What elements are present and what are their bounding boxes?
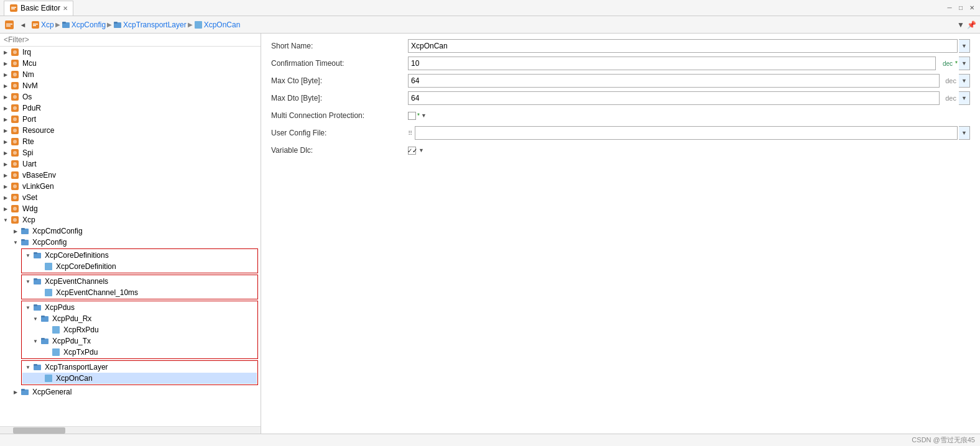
filter-input[interactable] <box>4 35 257 44</box>
shortname-dropdown[interactable]: ▼ <box>959 39 970 53</box>
close-window-button[interactable]: ✕ <box>968 4 976 12</box>
expand-xcptransportlayer-arrow[interactable] <box>24 363 32 371</box>
expand-wdg-arrow[interactable] <box>1 204 10 213</box>
tree-item-vlinkgen[interactable]: vLinkGen <box>0 181 261 192</box>
expand-xcpeventchannels-arrow[interactable] <box>24 277 32 286</box>
multiconn-checkbox[interactable] <box>408 112 416 120</box>
userconfigfile-dropdown[interactable]: ▼ <box>959 126 970 140</box>
expand-pdur-arrow[interactable] <box>1 104 10 112</box>
expand-mcu-arrow[interactable] <box>1 59 10 68</box>
tree-item-xcppdu-tx[interactable]: XcpPdu_Tx <box>22 335 257 347</box>
tree-item-xcpconfig[interactable]: XcpConfig <box>0 237 261 248</box>
maxcto-input[interactable] <box>408 74 940 88</box>
tree-item-xcp[interactable]: Xcp <box>0 214 261 225</box>
expand-xcpgeneral-arrow[interactable] <box>11 388 20 396</box>
svg-point-35 <box>13 162 17 166</box>
restore-button[interactable]: □ <box>956 4 965 12</box>
resource-module-icon <box>10 125 20 135</box>
tree-item-xcpcmdconfig[interactable]: XcpCmdConfig <box>0 225 261 237</box>
expand-nvm-arrow[interactable] <box>1 81 10 90</box>
tree-item-nvm[interactable]: NvM <box>0 80 261 91</box>
vlinkgen-module-icon <box>10 181 20 191</box>
breadcrumb-xcpconfig[interactable]: XcpConfig <box>62 20 106 29</box>
tree-item-xcpcoredefinitions[interactable]: XcpCoreDefinitions <box>22 250 257 261</box>
tree-item-pdur[interactable]: PduR <box>0 102 261 114</box>
timeout-input[interactable] <box>408 57 936 70</box>
maxdto-input[interactable] <box>408 91 940 105</box>
expand-rte-arrow[interactable] <box>1 137 10 146</box>
tree-item-xcprxpdu[interactable]: XcpRxPdu <box>22 324 257 335</box>
tree-hscrollbar[interactable] <box>0 426 261 434</box>
tree-item-resource[interactable]: Resource <box>0 125 261 136</box>
expand-xcpcmdconfig-arrow[interactable] <box>11 227 20 235</box>
tree-item-nm[interactable]: Nm <box>0 69 261 80</box>
timeout-dropdown[interactable]: ▼ <box>959 57 970 70</box>
expand-nm-arrow[interactable] <box>1 70 10 79</box>
tree-item-port[interactable]: Port <box>0 114 261 125</box>
tree-item-xcpeventchannels[interactable]: XcpEventChannels <box>22 276 257 287</box>
tree-item-mcu[interactable]: Mcu <box>0 58 261 69</box>
tree-label-os: Os <box>21 93 32 101</box>
breadcrumb-xcp-label: Xcp <box>41 20 54 29</box>
editor-tab[interactable]: Basic Editor ✕ <box>4 1 73 16</box>
breadcrumb-xcptransportlayer[interactable]: XcpTransportLayer <box>113 20 187 29</box>
tree-label-rte: Rte <box>21 137 34 146</box>
maxdto-dropdown[interactable]: ▼ <box>959 91 970 105</box>
pin-icon[interactable]: 📌 <box>967 20 976 29</box>
tree-item-xcppdu-rx[interactable]: XcpPdu_Rx <box>22 313 257 324</box>
expand-xcppdu-tx-arrow[interactable] <box>31 337 40 345</box>
tree-item-xcppdus[interactable]: XcpPdus <box>22 302 257 313</box>
expand-xcpcoredefinitions-arrow[interactable] <box>24 251 32 260</box>
close-icon[interactable]: ✕ <box>63 5 68 12</box>
home-button[interactable] <box>4 19 15 30</box>
tree-item-os[interactable]: Os <box>0 91 261 102</box>
expand-vlinkgen-arrow[interactable] <box>1 182 10 191</box>
expand-irq-arrow[interactable] <box>1 48 10 57</box>
expand-os-arrow[interactable] <box>1 93 10 101</box>
expand-spi-arrow[interactable] <box>1 148 10 157</box>
expand-resource-arrow[interactable] <box>1 126 10 135</box>
expand-uart-arrow[interactable] <box>1 160 10 168</box>
variabledlc-dropdown-arrow[interactable]: ▼ <box>418 147 424 153</box>
tree-content[interactable]: Irq Mcu Nm NvM Os <box>0 47 261 426</box>
shortname-input[interactable] <box>408 39 958 53</box>
expand-xcp-arrow[interactable] <box>1 216 10 224</box>
filter-icon[interactable]: ▼ <box>957 20 964 29</box>
tree-item-vset[interactable]: vSet <box>0 192 261 203</box>
variabledlc-checkbox[interactable]: ✓ <box>408 147 416 155</box>
tree-item-rte[interactable]: Rte <box>0 136 261 147</box>
breadcrumb-xcptransportlayer-label: XcpTransportLayer <box>123 20 187 29</box>
expand-xcppdu-rx-arrow[interactable] <box>31 314 40 323</box>
tree-item-irq[interactable]: Irq <box>0 47 261 58</box>
minimize-button[interactable]: ─ <box>945 4 954 12</box>
back-button[interactable]: ◄ <box>17 19 29 30</box>
tree-item-uart[interactable]: Uart <box>0 158 261 170</box>
tree-item-xcptxpdu[interactable]: XcpTxPdu <box>22 347 257 358</box>
breadcrumb-xcponcan[interactable]: XcpOnCan <box>194 20 241 29</box>
svg-point-21 <box>13 84 17 88</box>
expand-vset-arrow[interactable] <box>1 193 10 202</box>
multiconn-dropdown-arrow[interactable]: ▼ <box>421 112 427 119</box>
tree-label-xcppdu-tx: XcpPdu_Tx <box>51 337 91 345</box>
wdg-module-icon <box>10 204 20 214</box>
tree-hscroll-thumb[interactable] <box>13 427 65 434</box>
xcprxpdu-icon <box>51 325 61 335</box>
tree-item-spi[interactable]: Spi <box>0 147 261 158</box>
tree-item-xcpgeneral[interactable]: XcpGeneral <box>0 386 261 398</box>
maxcto-dropdown[interactable]: ▼ <box>959 74 970 88</box>
tree-item-xcpcoredefinition[interactable]: XcpCoreDefinition <box>22 261 257 272</box>
tree-item-xcpeventchannel[interactable]: XcpEventChannel_10ms <box>22 287 257 298</box>
userconfigfile-input[interactable] <box>415 126 958 140</box>
svg-rect-6 <box>32 21 39 29</box>
svg-point-27 <box>13 117 17 121</box>
tree-item-wdg[interactable]: Wdg <box>0 203 261 214</box>
expand-xcppdus-arrow[interactable] <box>24 303 32 312</box>
expand-port-arrow[interactable] <box>1 115 10 124</box>
expand-vbaseenv-arrow[interactable] <box>1 171 10 180</box>
breadcrumb-xcpconfig-icon <box>62 20 70 29</box>
tree-item-xcponcan[interactable]: XcpOnCan <box>22 373 257 384</box>
breadcrumb-xcp[interactable]: Xcp <box>31 20 54 29</box>
tree-item-vbaseenv[interactable]: vBaseEnv <box>0 170 261 181</box>
expand-xcpconfig-arrow[interactable] <box>11 238 20 247</box>
tree-item-xcptransportlayer[interactable]: XcpTransportLayer <box>22 362 257 373</box>
